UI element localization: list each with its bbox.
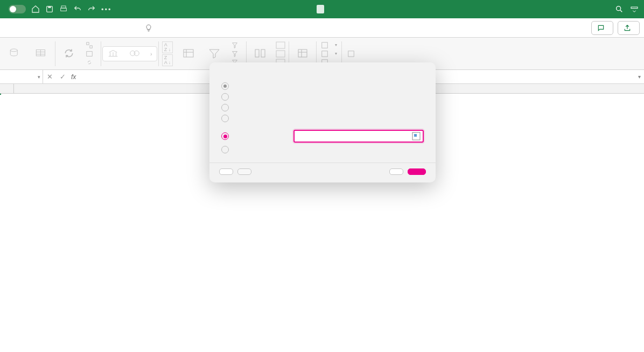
properties-button[interactable]	[219, 168, 233, 175]
name-box[interactable]: ▾	[0, 70, 43, 83]
undo-icon[interactable]	[73, 5, 82, 13]
remove-dup-icon[interactable]	[276, 50, 285, 58]
properties-ribbon[interactable]	[86, 50, 96, 58]
tab-draw[interactable]	[34, 25, 47, 31]
radio-icon	[221, 93, 229, 101]
clear-filter[interactable]	[231, 41, 242, 50]
dialog-title	[209, 62, 436, 72]
tab-insert[interactable]	[19, 25, 32, 31]
cell-reference-input[interactable]	[293, 130, 424, 143]
bulb-icon	[144, 24, 153, 32]
clear-icon	[231, 41, 239, 49]
tab-view[interactable]	[110, 25, 123, 31]
svg-rect-17	[276, 42, 285, 48]
tools-icon	[347, 50, 355, 58]
tab-page-layout[interactable]	[50, 25, 62, 31]
flash-fill-icon[interactable]	[276, 41, 285, 49]
currencies-type[interactable]	[129, 49, 141, 59]
import-button[interactable]	[408, 168, 426, 175]
radio-icon	[221, 104, 229, 111]
radio-icon	[221, 82, 229, 90]
tab-formulas[interactable]	[65, 25, 78, 31]
redo-icon[interactable]	[87, 5, 96, 13]
svg-point-5	[617, 6, 621, 11]
document-icon	[317, 5, 324, 13]
radio-icon	[221, 115, 229, 122]
refresh-all-button[interactable]	[57, 39, 81, 68]
tell-me[interactable]	[144, 24, 156, 32]
edit-links[interactable]	[86, 58, 96, 67]
import-data-dialog	[209, 62, 436, 182]
ungroup-button[interactable]: ▾	[321, 50, 337, 58]
sort-button[interactable]	[176, 39, 201, 68]
print-icon[interactable]	[59, 5, 68, 13]
svg-rect-26	[414, 134, 417, 137]
radio-icon[interactable]	[221, 146, 229, 153]
reapply-filter[interactable]	[231, 50, 242, 58]
chain-icon	[86, 59, 93, 66]
funnel-icon	[207, 48, 221, 59]
tab-automate[interactable]	[125, 25, 138, 31]
option-existing-sheet[interactable]	[219, 128, 426, 144]
svg-rect-1	[48, 6, 51, 8]
toggle-switch[interactable]	[9, 5, 26, 13]
link-icon	[86, 41, 93, 49]
share-button[interactable]	[618, 21, 640, 35]
data-types-gallery[interactable]: ›	[102, 46, 157, 61]
analysis-tools[interactable]	[347, 50, 358, 58]
expand-formula-icon[interactable]: ▾	[638, 74, 644, 80]
cancel-formula-icon[interactable]: ✕	[43, 73, 56, 81]
whatif-icon	[296, 48, 310, 59]
grid-picture-icon	[34, 48, 48, 59]
document-title	[317, 5, 327, 13]
svg-rect-9	[87, 42, 89, 44]
cell-ref-field[interactable]	[297, 132, 412, 140]
stocks-type[interactable]	[107, 49, 119, 59]
svg-rect-16	[261, 50, 265, 57]
titlebar: •••	[0, 0, 644, 18]
option-connection-only	[219, 113, 426, 124]
option-table	[219, 81, 426, 91]
tab-data[interactable]	[80, 25, 93, 31]
bank-icon	[107, 49, 119, 58]
svg-point-13	[134, 51, 139, 55]
tab-review[interactable]	[95, 25, 108, 31]
database-icon	[9, 48, 23, 59]
svg-rect-6	[631, 7, 638, 9]
ribbon-tabs	[0, 18, 644, 38]
select-all-corner[interactable]	[0, 84, 14, 93]
comment-icon	[597, 24, 605, 32]
range-picker-icon[interactable]	[412, 132, 421, 140]
fx-icon[interactable]: fx	[69, 73, 78, 81]
ribbon-toggle-icon[interactable]	[630, 5, 639, 13]
queries-connections[interactable]	[86, 41, 96, 50]
comments-button[interactable]	[591, 21, 613, 35]
radio-icon[interactable]	[221, 132, 229, 140]
data-from-picture-button[interactable]	[29, 39, 54, 68]
props-icon	[86, 50, 93, 58]
svg-rect-3	[61, 8, 67, 11]
get-data-button[interactable]	[3, 39, 28, 68]
split-icon	[253, 48, 267, 59]
more-icon[interactable]: •••	[101, 5, 112, 13]
cancel-button[interactable]	[389, 168, 403, 175]
sort-az[interactable]: AZ ↓ ZA ↓	[160, 39, 176, 68]
group-icon	[321, 41, 328, 49]
enter-formula-icon[interactable]: ✓	[56, 73, 69, 81]
option-new-sheet[interactable]	[219, 144, 426, 155]
home-icon[interactable]	[31, 5, 40, 13]
chevron-right-icon[interactable]: ›	[150, 51, 152, 57]
search-icon[interactable]	[615, 5, 624, 13]
svg-point-7	[10, 48, 17, 51]
autosave-toggle[interactable]	[5, 5, 26, 13]
svg-rect-24	[348, 51, 354, 57]
save-icon[interactable]	[45, 5, 54, 13]
svg-rect-11	[87, 51, 93, 56]
svg-point-12	[130, 51, 135, 55]
chevron-down-icon[interactable]: ▾	[38, 74, 40, 80]
group-button[interactable]: ▾	[321, 41, 337, 50]
svg-rect-14	[184, 50, 193, 57]
svg-rect-4	[317, 5, 324, 13]
selection-marquee	[0, 94, 1, 95]
tab-home[interactable]	[4, 25, 17, 31]
